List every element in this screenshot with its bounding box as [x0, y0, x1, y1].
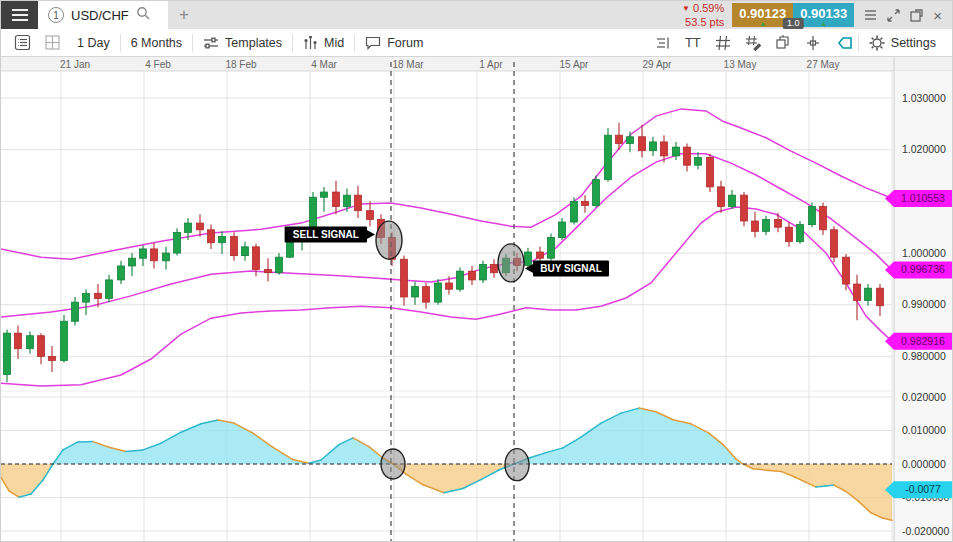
- svg-text:0.990000: 0.990000: [902, 298, 946, 310]
- symbol-label: USD/CHF: [71, 8, 129, 23]
- text-tool-label: TT: [685, 35, 701, 50]
- close-icon[interactable]: ×: [933, 7, 942, 24]
- signal-annotation-sell[interactable]: SELL SIGNAL: [285, 62, 405, 542]
- settings-label: Settings: [891, 36, 936, 50]
- bid-price: 0.90123: [739, 6, 786, 21]
- sliders-icon: [203, 36, 219, 50]
- svg-text:0.996736: 0.996736: [901, 263, 945, 275]
- chart-canvas[interactable]: 21 Jan4 Feb18 Feb4 Mar18 Mar1 Apr15 Apr2…: [1, 57, 953, 542]
- main-menu-button[interactable]: [1, 1, 38, 29]
- timeframe-button[interactable]: 1 Day: [67, 29, 120, 56]
- open-in-window-icon[interactable]: [910, 9, 923, 22]
- svg-text:0.980000: 0.980000: [902, 350, 946, 362]
- list-menu-icon[interactable]: [864, 9, 877, 21]
- grid-toggle-icon[interactable]: [708, 29, 738, 56]
- bars-icon: [303, 36, 318, 50]
- bollinger-bands: [1, 109, 892, 386]
- quote-panel: 0.90123 ▲ 0.90133 ▲ 1.0: [732, 3, 854, 27]
- toolbar: 1 Day 6 Months Templates Mid Forum: [1, 29, 952, 57]
- window-controls: ×: [854, 1, 952, 29]
- signal-annotation-buy[interactable]: BUY SIGNAL: [498, 62, 609, 542]
- oscillator-pane: [1, 408, 892, 520]
- settings-button[interactable]: Settings: [859, 29, 946, 56]
- svg-text:-0.0077: -0.0077: [905, 483, 941, 495]
- band-middle: [1, 154, 892, 317]
- down-triangle-icon: ▼: [682, 4, 690, 13]
- search-icon[interactable]: [136, 6, 150, 24]
- svg-text:21 Jan: 21 Jan: [60, 59, 90, 70]
- range-label: 6 Months: [131, 36, 182, 50]
- header-spacer: [200, 1, 682, 29]
- chart-style-label: Mid: [324, 36, 344, 50]
- svg-text:27 May: 27 May: [807, 59, 840, 70]
- timeframe-label: 1 Day: [77, 36, 110, 50]
- add-tab-button[interactable]: +: [168, 1, 200, 29]
- signal-ellipse: [498, 244, 524, 282]
- speech-bubble-icon: [365, 36, 381, 50]
- svg-text:4 Mar: 4 Mar: [311, 59, 337, 70]
- text-tool-icon[interactable]: TT: [678, 29, 708, 56]
- spread-badge: 1.0: [783, 18, 804, 29]
- object-tree-icon[interactable]: [648, 29, 678, 56]
- change-percent: 0.59%: [693, 2, 724, 14]
- title-bar: 1 USD/CHF + ▼ 0.59% 53.5 pts 0.90123 ▲ 0…: [1, 1, 952, 29]
- band-lower: [1, 207, 892, 386]
- ask-up-arrow-icon: ▲: [820, 20, 827, 27]
- svg-text:13 May: 13 May: [724, 59, 757, 70]
- candlesticks: [4, 123, 884, 382]
- svg-text:29 Apr: 29 Apr: [643, 59, 673, 70]
- ask-price: 0.90133: [800, 6, 847, 21]
- tab-usdchf[interactable]: 1 USD/CHF: [38, 1, 168, 29]
- svg-text:1.000000: 1.000000: [902, 247, 946, 259]
- band-upper: [1, 109, 892, 259]
- fullscreen-icon[interactable]: [887, 9, 900, 22]
- svg-text:18 Mar: 18 Mar: [392, 59, 424, 70]
- axis-value-tag: -0.0077: [885, 481, 952, 498]
- svg-text:1.020000: 1.020000: [902, 143, 946, 155]
- duplicate-icon[interactable]: [768, 29, 798, 56]
- layout-grid-icon[interactable]: [37, 29, 67, 56]
- axis-value-tag: 0.996736: [885, 261, 952, 278]
- price-label-tool-icon[interactable]: [828, 29, 858, 56]
- tab-number-badge: 1: [48, 7, 64, 23]
- svg-text:18 Feb: 18 Feb: [225, 59, 257, 70]
- draw-grid-icon[interactable]: [738, 29, 768, 56]
- svg-text:SELL SIGNAL: SELL SIGNAL: [293, 229, 359, 240]
- forum-button[interactable]: Forum: [355, 29, 433, 56]
- templates-label: Templates: [225, 36, 282, 50]
- bid-up-arrow-icon: ▲: [759, 20, 766, 27]
- range-button[interactable]: 6 Months: [121, 29, 192, 56]
- svg-text:15 Apr: 15 Apr: [560, 59, 590, 70]
- gear-icon: [869, 35, 885, 51]
- price-change: ▼ 0.59% 53.5 pts: [682, 2, 724, 28]
- svg-text:4 Feb: 4 Feb: [145, 59, 171, 70]
- axis-value-tag: 0.982916: [885, 333, 952, 350]
- svg-text:0.010000: 0.010000: [902, 424, 946, 436]
- forum-label: Forum: [387, 36, 423, 50]
- magnet-mode-icon[interactable]: [798, 29, 828, 56]
- svg-text:BUY SIGNAL: BUY SIGNAL: [540, 263, 602, 274]
- watchlist-icon[interactable]: [7, 29, 37, 56]
- svg-text:0.000000: 0.000000: [902, 458, 946, 470]
- svg-text:0.020000: 0.020000: [902, 391, 946, 403]
- axis-value-tag: 1.010553: [885, 190, 952, 207]
- change-points: 53.5 pts: [685, 16, 724, 28]
- signal-ellipse: [376, 221, 402, 259]
- templates-button[interactable]: Templates: [193, 29, 292, 56]
- svg-text:1 Apr: 1 Apr: [479, 59, 503, 70]
- chart-style-button[interactable]: Mid: [293, 29, 354, 56]
- signal-osc-ellipse: [505, 449, 529, 481]
- svg-text:-0.020000: -0.020000: [902, 525, 949, 537]
- svg-text:1.030000: 1.030000: [902, 92, 946, 104]
- svg-text:1.010553: 1.010553: [901, 192, 945, 204]
- trading-app-window: 1 USD/CHF + ▼ 0.59% 53.5 pts 0.90123 ▲ 0…: [0, 0, 953, 542]
- signal-osc-ellipse: [381, 449, 405, 479]
- svg-text:0.982916: 0.982916: [901, 335, 945, 347]
